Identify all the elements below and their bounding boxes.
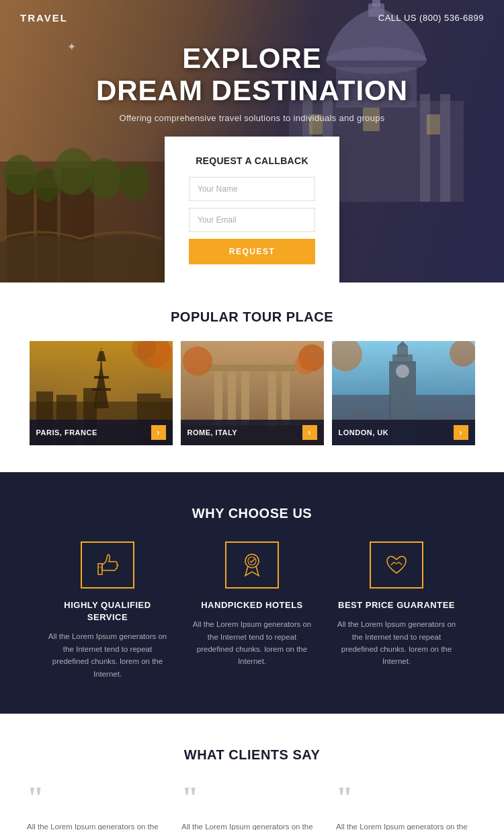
quote-icon-2: " [181,783,323,814]
form-title: REQUEST A CALLBACK [189,155,315,166]
popular-section: POPULAR TOUR PLACE [0,282,504,472]
why-heading: WHY CHOOSE US [27,506,477,521]
svg-rect-41 [208,365,295,371]
tour-grid: PARIS, FRANCE › [20,341,484,445]
tour-card-rome[interactable]: ROME, ITALY › [181,341,324,445]
tour-card-london[interactable]: LONDON, UK › [332,341,475,445]
why-card-price: BEST PRICE GUARANTEE All the Lorem Ipsum… [335,541,459,680]
testimonial-3: " All the Lorem Ipsum generators on the … [336,783,477,830]
hero-title: EXPLORE DREAM DESTINATION [20,42,484,108]
quote-icon-3: " [336,783,477,814]
why-section: WHY CHOOSE US HIGHLY QUALIFIED SERVICE A… [0,472,504,714]
hotels-title: HANDPICKED HOTELS [201,599,303,611]
testimonial-1: " All the Lorem Ipsum generators on the … [27,783,168,830]
award-icon [237,550,267,580]
hero-subtitle: Offering comprehensive travel solutions … [20,113,484,123]
svg-rect-59 [98,566,102,568]
tour-label-rome: ROME, ITALY › [181,420,324,445]
nav-phone: CALL US (800) 536-6899 [378,13,484,23]
testimonial-text-1: All the Lorem Ipsum generators on the In… [27,821,168,830]
tour-label-paris: PARIS, FRANCE › [30,420,173,445]
svg-rect-31 [92,388,111,391]
hero-section: ✦ TRAVEL CALL US (800) 536-6899 EXPLORE … [0,0,504,282]
paris-arrow[interactable]: › [151,425,166,440]
why-card-service: HIGHLY QUALIFIED SERVICE All the Lorem I… [46,541,170,680]
quote-icon-1: " [27,783,168,814]
service-icon-box [81,541,134,589]
hotels-desc: All the Lorem Ipsum generators on the In… [190,618,314,668]
testimonials-section: WHAT CLIENTS SAY " All the Lorem Ipsum g… [0,714,504,830]
tour-card-paris[interactable]: PARIS, FRANCE › [30,341,173,445]
popular-heading: POPULAR TOUR PLACE [20,309,484,325]
handshake-icon [382,550,411,580]
testimonial-text-2: All the Lorem Ipsum generators on the In… [181,821,323,830]
service-desc: All the Lorem Ipsum generators on the In… [46,630,170,680]
service-title: HIGHLY QUALIFIED SERVICE [46,599,170,624]
why-card-hotels: HANDPICKED HOTELS All the Lorem Ipsum ge… [190,541,314,680]
testimonial-2: " All the Lorem Ipsum generators on the … [181,783,323,830]
price-desc: All the Lorem Ipsum generators on the In… [335,618,459,668]
london-arrow[interactable]: › [454,425,468,440]
site-logo: TRAVEL [20,12,68,24]
rome-arrow[interactable]: › [302,425,317,440]
svg-point-43 [183,346,212,376]
svg-rect-49 [397,346,408,357]
price-title: BEST PRICE GUARANTEE [338,599,455,611]
why-grid: HIGHLY QUALIFIED SERVICE All the Lorem I… [27,541,477,680]
tour-label-london: LONDON, UK › [332,420,475,445]
thumbs-up-icon [93,550,122,580]
price-icon-box [370,541,423,589]
svg-point-51 [396,365,409,378]
hotels-icon-box [225,541,279,589]
testimonials-grid: " All the Lorem Ipsum generators on the … [20,783,484,830]
testimonials-heading: WHAT CLIENTS SAY [20,747,484,763]
svg-point-45 [295,354,315,375]
testimonial-text-3: All the Lorem Ipsum generators on the In… [336,821,477,830]
request-button[interactable]: REQUEST [189,239,315,264]
email-input[interactable] [189,208,315,232]
svg-rect-30 [94,376,109,379]
name-input[interactable] [189,177,315,201]
callback-form: REQUEST A CALLBACK REQUEST [165,137,339,282]
